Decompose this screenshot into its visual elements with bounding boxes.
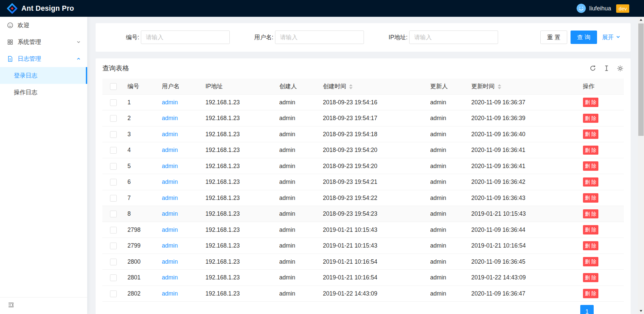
- cell-updated-time: 2020-11-09 16:36:41: [468, 158, 580, 174]
- username-link[interactable]: admin: [162, 163, 178, 169]
- username-link[interactable]: admin: [162, 210, 178, 217]
- column-header-ip: IP地址: [202, 78, 276, 95]
- cell-updater: admin: [427, 142, 468, 158]
- username-link[interactable]: admin: [162, 258, 178, 265]
- row-checkbox[interactable]: [110, 115, 117, 122]
- username-link[interactable]: admin: [162, 226, 178, 233]
- cell-updated-time: 2020-11-09 16:36:40: [468, 126, 580, 142]
- cell-created-time: 2018-09-23 19:54:20: [320, 142, 427, 158]
- sidebar-item-log[interactable]: 日志管理: [0, 50, 87, 67]
- username-link[interactable]: admin: [162, 195, 178, 201]
- ip-input[interactable]: [409, 31, 498, 44]
- cell-updater: admin: [427, 206, 468, 222]
- user-name[interactable]: liufeihua: [589, 5, 611, 12]
- cell-created-time: 2018-09-23 19:54:21: [320, 174, 427, 190]
- username-link[interactable]: admin: [162, 290, 178, 297]
- cell-id: 2799: [124, 238, 159, 254]
- cell-ip: 192.168.1.23: [202, 94, 276, 110]
- cell-created-time: 2019-01-21 10:15:43: [320, 238, 427, 254]
- scrollbar-up-arrow[interactable]: [638, 17, 644, 23]
- filter-actions: 重 置 查 询 展开: [540, 31, 621, 44]
- username-input[interactable]: [275, 31, 364, 44]
- table-row: 5 admin 192.168.1.23 admin 2018-09-23 19…: [102, 158, 624, 174]
- cell-updated-time: 2020-11-09 16:36:45: [468, 254, 580, 270]
- vertical-scrollbar[interactable]: [638, 17, 644, 314]
- delete-button[interactable]: 删 除: [583, 289, 599, 298]
- row-checkbox[interactable]: [110, 195, 117, 202]
- row-checkbox[interactable]: [110, 259, 117, 265]
- column-header-created-time[interactable]: 创建时间: [320, 78, 427, 95]
- delete-button[interactable]: 删 除: [583, 257, 599, 266]
- delete-button[interactable]: 删 除: [583, 209, 599, 219]
- username-link[interactable]: admin: [162, 99, 178, 106]
- column-header-updated-time[interactable]: 更新时间: [468, 78, 580, 95]
- sidebar-item-operation-log[interactable]: 操作日志: [0, 84, 87, 101]
- column-header-username: 用户名: [159, 78, 202, 95]
- delete-button[interactable]: 删 除: [583, 146, 599, 155]
- delete-button[interactable]: 删 除: [583, 193, 599, 203]
- cell-updated-time: 2020-11-09 16:36:42: [468, 174, 580, 190]
- delete-button[interactable]: 删 除: [583, 98, 599, 107]
- row-checkbox[interactable]: [110, 179, 117, 186]
- cell-created-time: 2019-01-21 10:16:54: [320, 254, 427, 270]
- username-link[interactable]: admin: [162, 274, 178, 281]
- delete-button[interactable]: 删 除: [583, 177, 599, 187]
- delete-button[interactable]: 删 除: [583, 129, 599, 139]
- select-all-checkbox[interactable]: [110, 83, 117, 90]
- search-button[interactable]: 查 询: [571, 31, 597, 44]
- ip-field-label: IP地址:: [374, 33, 409, 41]
- table-row: 2798 admin 192.168.1.23 admin 2019-01-21…: [102, 222, 624, 238]
- sorter-icon[interactable]: [498, 84, 501, 89]
- cell-ip: 192.168.1.23: [202, 222, 276, 238]
- scrollbar-down-arrow[interactable]: [638, 308, 644, 314]
- row-checkbox[interactable]: [110, 211, 117, 217]
- sidebar-menu: 欢迎 系统管理: [0, 17, 87, 297]
- user-avatar[interactable]: [577, 4, 586, 13]
- cell-id: 3: [124, 126, 159, 142]
- cell-created-time: 2019-01-21 10:16:54: [320, 270, 427, 286]
- username-link[interactable]: admin: [162, 242, 178, 249]
- cell-updater: admin: [427, 110, 468, 126]
- sorter-icon[interactable]: [349, 84, 353, 89]
- username-link[interactable]: admin: [162, 131, 178, 138]
- cell-created-time: 2019-01-21 10:15:43: [320, 222, 427, 238]
- delete-button[interactable]: 删 除: [583, 114, 599, 123]
- expand-toggle[interactable]: 展开: [602, 33, 621, 41]
- cell-updater: admin: [427, 190, 468, 206]
- scrollbar-thumb[interactable]: [638, 23, 644, 136]
- row-checkbox[interactable]: [110, 131, 117, 138]
- row-checkbox[interactable]: [110, 274, 117, 281]
- delete-button[interactable]: 删 除: [583, 241, 599, 251]
- column-height-icon[interactable]: [603, 65, 610, 72]
- row-checkbox[interactable]: [110, 291, 117, 297]
- sidebar-item-welcome[interactable]: 欢迎: [0, 17, 87, 34]
- cell-ip: 192.168.1.23: [202, 142, 276, 158]
- cell-updated-time: 2020-11-09 16:36:41: [468, 142, 580, 158]
- table-title: 查询表格: [102, 64, 129, 73]
- id-input[interactable]: [141, 31, 230, 44]
- sidebar-item-login-log[interactable]: 登录日志: [0, 67, 87, 84]
- sidebar-collapse-trigger[interactable]: [0, 297, 87, 314]
- cell-created-time: 2019-01-22 14:43:09: [320, 285, 427, 302]
- pagination-item-active[interactable]: 1: [580, 305, 594, 314]
- delete-button[interactable]: 删 除: [583, 273, 599, 282]
- row-checkbox[interactable]: [110, 163, 117, 170]
- row-checkbox[interactable]: [110, 243, 117, 249]
- reset-button[interactable]: 重 置: [540, 31, 567, 44]
- username-link[interactable]: admin: [162, 147, 178, 153]
- settings-gear-icon[interactable]: [617, 65, 624, 72]
- cell-created-time: 2018-09-23 19:54:20: [320, 158, 427, 174]
- delete-button[interactable]: 删 除: [583, 225, 599, 234]
- row-checkbox[interactable]: [110, 99, 117, 106]
- reload-icon[interactable]: [589, 65, 596, 72]
- username-link[interactable]: admin: [162, 178, 178, 185]
- cell-updater: admin: [427, 174, 468, 190]
- row-checkbox[interactable]: [110, 147, 117, 154]
- cell-id: 5: [124, 158, 159, 174]
- row-checkbox[interactable]: [110, 227, 117, 233]
- table-row: 2800 admin 192.168.1.23 admin 2019-01-21…: [102, 254, 624, 270]
- table-body: 1 admin 192.168.1.23 admin 2018-09-23 19…: [102, 94, 624, 302]
- sidebar-item-system[interactable]: 系统管理: [0, 34, 87, 50]
- username-link[interactable]: admin: [162, 115, 178, 121]
- delete-button[interactable]: 删 除: [583, 161, 599, 171]
